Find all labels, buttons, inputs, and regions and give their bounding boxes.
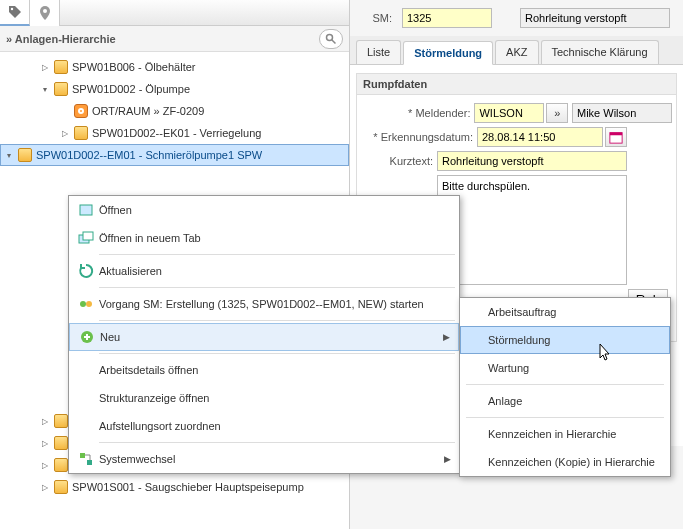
ctx-process[interactable]: Vorgang SM: Erstellung (1325, SPW01D002-… [69,290,459,318]
ctx-assign[interactable]: Aufstellungsort zuordnen [69,412,459,440]
ctx-label: Systemwechsel [99,453,175,465]
description-textarea[interactable] [437,175,627,285]
expander-icon[interactable]: ▾ [40,84,50,94]
sub-label: Anlage [488,395,522,407]
search-input[interactable] [319,29,343,49]
expander-icon[interactable]: ▾ [4,150,14,160]
sm-title-input[interactable] [520,8,670,28]
ctx-label: Strukturanzeige öffnen [99,392,209,404]
sub-label: Störmeldung [488,334,550,346]
tree-label: SPW01S001 - Saugschieber Hauptspeisepump [72,481,304,493]
expander-icon[interactable]: ▷ [40,438,50,448]
tree-item[interactable]: ▾ SPW01D002 - Ölpumpe [0,78,349,100]
tree-item-selected[interactable]: ▾ SPW01D002--EM01 - Schmierölpumpe1 SPW [0,144,349,166]
sub-kennzeichen[interactable]: Kennzeichen in Hierarchie [460,420,670,448]
location-icon [74,104,88,118]
svg-point-13 [80,301,86,307]
svg-rect-16 [80,453,85,458]
section-title: Rumpfdaten [356,73,677,94]
ctx-label: Neu [100,331,120,343]
context-menu: Öffnen Öffnen in neuem Tab Aktualisieren… [68,195,460,474]
kurztext-input[interactable] [437,151,627,171]
cube-icon [54,60,68,74]
cube-icon [54,82,68,96]
ctx-refresh[interactable]: Aktualisieren [69,257,459,285]
meldender-name [572,103,672,123]
svg-rect-5 [610,133,622,136]
sub-anlage[interactable]: Anlage [460,387,670,415]
kurztext-label: Kurztext: [361,155,437,167]
expander-icon[interactable]: ▷ [60,128,70,138]
tree-item[interactable]: ▷ SPW01S001 - Saugschieber Hauptspeisepu… [0,476,349,498]
ctx-open[interactable]: Öffnen [69,196,459,224]
svg-rect-10 [80,205,92,215]
ctx-neu[interactable]: Neu ▶ [69,323,459,351]
ctx-label: Aufstellungsort zuordnen [99,420,221,432]
expander-icon[interactable]: ▷ [40,62,50,72]
sub-arbeitsauftrag[interactable]: Arbeitsauftrag [460,298,670,326]
svg-point-1 [43,9,47,13]
cube-icon [54,414,68,428]
svg-point-0 [10,8,12,10]
ctx-open-tab[interactable]: Öffnen in neuem Tab [69,224,459,252]
tree-label: SPW01D002--EM01 - Schmierölpumpe1 SPW [36,149,262,161]
tag-tab[interactable] [0,0,30,26]
ctx-label: Öffnen in neuem Tab [99,232,201,244]
calendar-button[interactable] [605,127,627,147]
tree-item[interactable]: ▷ SPW01B006 - Ölbehälter [0,56,349,78]
left-tabs [0,0,349,26]
cube-icon [54,458,68,472]
expander-icon[interactable]: ▷ [40,460,50,470]
ctx-details[interactable]: Arbeitsdetails öffnen [69,356,459,384]
submenu-arrow-icon: ▶ [443,332,450,342]
sm-number-input[interactable] [402,8,492,28]
tab-tech-klaerung[interactable]: Technische Klärung [541,40,659,64]
ctx-systemwechsel[interactable]: Systemwechsel ▶ [69,445,459,473]
cube-icon [54,436,68,450]
ctx-label: Öffnen [99,204,132,216]
tab-stoermeldung[interactable]: Störmeldung [403,41,493,65]
cube-icon [74,126,88,140]
panel-title: » Anlagen-Hierarchie [6,33,319,45]
svg-rect-12 [83,232,93,240]
svg-point-2 [327,34,333,40]
ctx-struct[interactable]: Strukturanzeige öffnen [69,384,459,412]
meldender-input[interactable] [474,103,544,123]
date-input[interactable] [477,127,603,147]
goto-button[interactable]: » [546,103,568,123]
tab-liste[interactable]: Liste [356,40,401,64]
sm-label: SM: [354,12,394,24]
expander-icon[interactable]: ▷ [40,482,50,492]
tree-item[interactable]: ORT/RAUM » ZF-0209 [0,100,349,122]
tree-item[interactable]: ▷ SPW01D002--EK01 - Verriegelung [0,122,349,144]
form-tabs: Liste Störmeldung AKZ Technische Klärung [350,36,683,65]
ctx-label: Arbeitsdetails öffnen [99,364,198,376]
sub-wartung[interactable]: Wartung [460,354,670,382]
tree-label: SPW01D002 - Ölpumpe [72,83,190,95]
location-tab[interactable] [30,0,60,26]
expander-icon[interactable]: ▷ [40,416,50,426]
panel-header: » Anlagen-Hierarchie [0,26,349,52]
sub-stoermeldung[interactable]: Störmeldung [460,326,670,354]
meldender-label: Meldender: [361,107,474,119]
tree-label: SPW01D002--EK01 - Verriegelung [92,127,261,139]
svg-point-14 [86,301,92,307]
ctx-label: Aktualisieren [99,265,162,277]
submenu-arrow-icon: ▶ [444,454,451,464]
sub-label: Kennzeichen in Hierarchie [488,428,616,440]
neu-submenu: Arbeitsauftrag Störmeldung Wartung Anlag… [459,297,671,477]
tree-label: SPW01B006 - Ölbehälter [72,61,196,73]
svg-rect-17 [87,460,92,465]
expander-spacer [60,106,70,116]
tree-label: ORT/RAUM » ZF-0209 [92,105,204,117]
date-label: Erkennungsdatum: [361,131,477,143]
tab-akz[interactable]: AKZ [495,40,538,64]
ctx-label: Vorgang SM: Erstellung (1325, SPW01D002-… [99,298,424,310]
sub-label: Wartung [488,362,529,374]
sub-kennzeichen-copy[interactable]: Kennzeichen (Kopie) in Hierarchie [460,448,670,476]
header-form: SM: [350,0,683,36]
svg-line-3 [332,39,336,43]
sub-label: Kennzeichen (Kopie) in Hierarchie [488,456,655,468]
cube-icon [54,480,68,494]
sub-label: Arbeitsauftrag [488,306,556,318]
